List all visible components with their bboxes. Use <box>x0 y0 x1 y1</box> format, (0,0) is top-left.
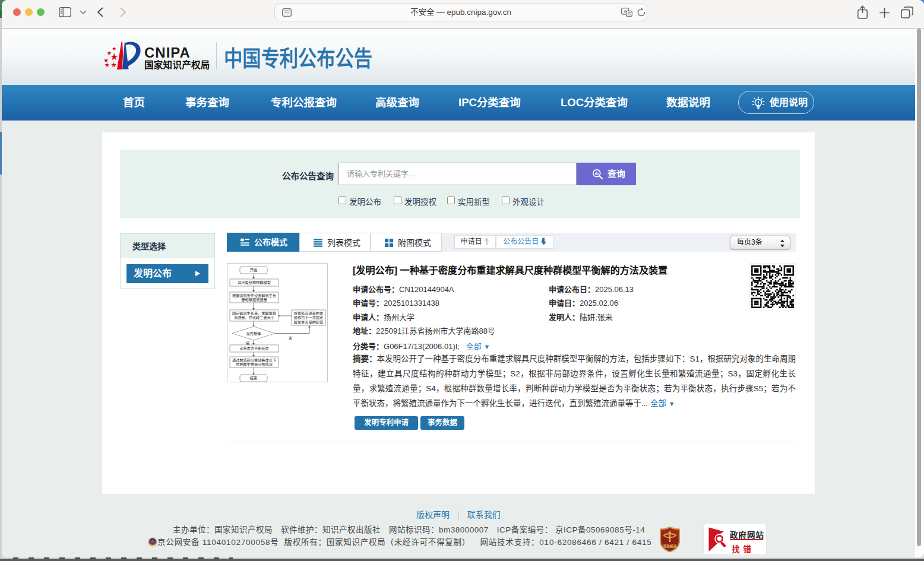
svg-text:孵化生长量的初值: 孵化生长量的初值 <box>294 320 324 325</box>
svg-text:的种群生物量分布情况: 的种群生物量分布情况 <box>236 362 273 367</box>
svg-text:开始: 开始 <box>250 268 257 272</box>
svg-text:流通量，并比较二者大小: 流通量，并比较二者大小 <box>234 315 275 320</box>
svg-text:该状态为平衡状态: 该状态为平衡状态 <box>239 346 269 351</box>
svg-text:党政机关: 党政机关 <box>663 544 676 549</box>
svg-text:否: 否 <box>289 336 292 341</box>
svg-text:结束: 结束 <box>250 376 257 381</box>
svg-text:量和繁殖流通量: 量和繁殖流通量 <box>241 297 267 302</box>
svg-text:是否相等: 是否相等 <box>246 331 261 336</box>
svg-text:具尺度结构种群模型: 具尺度结构种群模型 <box>238 280 271 285</box>
